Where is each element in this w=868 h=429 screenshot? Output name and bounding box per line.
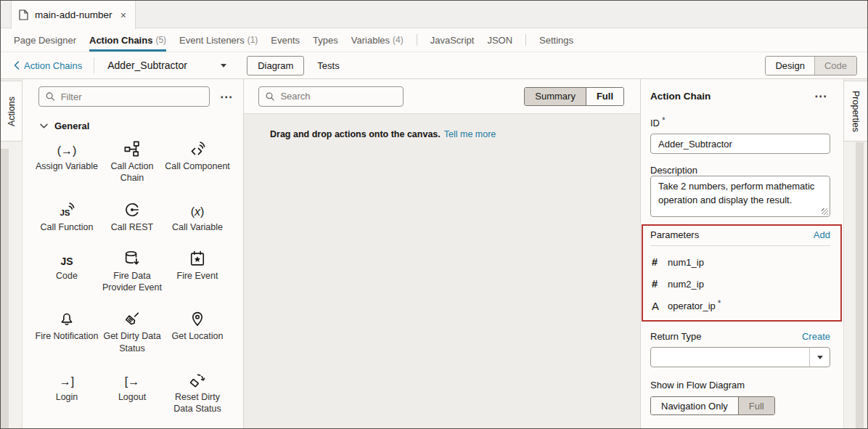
action-item-call-function[interactable]: JSCall Function: [34, 200, 99, 233]
action-item-login[interactable]: →]Login: [34, 369, 99, 415]
action-item-call-variable[interactable]: (x)Call Variable: [165, 200, 230, 233]
action-item-label: Fire Data Provider Event: [99, 270, 165, 294]
number-type-icon: #: [652, 278, 668, 290]
return-type-combobox[interactable]: [650, 347, 830, 367]
canvas-empty-message: Drag and drop actions onto the canvas.: [270, 129, 441, 139]
code-mode-button[interactable]: Code: [814, 57, 856, 75]
action-item-label: Call REST: [111, 221, 153, 233]
chain-selector-dropdown[interactable]: Adder_Subtractor: [106, 57, 231, 74]
chevron-down-icon: [40, 123, 48, 128]
string-type-icon: A: [652, 300, 668, 312]
search-icon: [46, 91, 55, 102]
description-textarea[interactable]: Take 2 numbers, perform mathematic opera…: [650, 176, 830, 217]
properties-overflow-menu-icon[interactable]: ⋯: [811, 89, 830, 104]
full-flow-button[interactable]: Full: [738, 397, 774, 414]
general-section-header[interactable]: General: [22, 107, 243, 139]
properties-panel: Action Chain ⋯ ID* Description Take 2 nu…: [640, 79, 843, 428]
action-item-label: Call Variable: [172, 221, 223, 233]
action-item-fire-notification[interactable]: Fire Notification: [34, 309, 99, 354]
id-input[interactable]: [650, 134, 830, 154]
tab-types[interactable]: Types: [313, 28, 338, 52]
properties-rail-tab[interactable]: Properties: [843, 81, 867, 142]
tab-event-listeners[interactable]: Event Listeners(1): [179, 28, 258, 52]
number-type-icon: #: [652, 256, 668, 268]
resize-grip-icon[interactable]: [822, 208, 828, 215]
full-view-button[interactable]: Full: [586, 88, 623, 105]
action-item-assign-variable[interactable]: (→)Assign Variable: [34, 139, 99, 184]
combobox-dropdown-button[interactable]: [809, 348, 830, 367]
chevron-left-icon: [14, 61, 20, 70]
tell-me-more-link[interactable]: Tell me more: [444, 129, 496, 139]
parameter-row-operator-ip[interactable]: Aoperator_ip*: [650, 300, 830, 312]
parameter-name: num1_ip: [668, 257, 704, 268]
action-item-label: Reset Dirty Data Status: [165, 391, 230, 415]
canvas-body[interactable]: Drag and drop actions onto the canvas.Te…: [244, 114, 640, 428]
tab-variables[interactable]: Variables(4): [351, 28, 404, 52]
navigation-only-button[interactable]: Navigation Only: [651, 397, 738, 414]
action-item-reset-dirty-data-status[interactable]: Reset Dirty Data Status: [165, 369, 230, 415]
canvas-toolbar: Summary Full: [244, 79, 640, 114]
action-item-label: Logout: [118, 391, 146, 403]
flow-diagram-section: Show in Flow Diagram Navigation Only Ful…: [650, 380, 830, 415]
tests-view-button[interactable]: Tests: [317, 60, 339, 71]
flow-diagram-toggle: Navigation Only Full: [650, 396, 775, 415]
canvas-search-box[interactable]: [258, 86, 404, 107]
tab-action-chains[interactable]: Action Chains(5): [89, 28, 166, 52]
right-rail-scrollbar[interactable]: [856, 142, 864, 428]
design-mode-button[interactable]: Design: [766, 57, 814, 75]
back-to-action-chains-link[interactable]: Action Chains: [14, 60, 82, 71]
action-item-call-action-chain[interactable]: Call Action Chain: [99, 139, 165, 184]
action-item-label: Get Dirty Data Status: [99, 330, 165, 354]
visual-builder-window: main-add-numbers × Page DesignerAction C…: [0, 0, 868, 429]
add-parameter-link[interactable]: Add: [814, 229, 830, 240]
action-item-call-component[interactable]: Call Component: [165, 139, 230, 184]
tab-events[interactable]: Events: [271, 28, 300, 52]
tab-settings[interactable]: Settings: [539, 28, 573, 52]
actions-rail-tab[interactable]: Actions: [1, 81, 22, 142]
document-tab[interactable]: main-add-numbers ×: [11, 1, 136, 29]
action-item-logout[interactable]: [→Logout: [99, 369, 165, 415]
flow-diagram-label: Show in Flow Diagram: [650, 380, 745, 391]
action-item-label: Get Location: [172, 330, 224, 342]
filter-box[interactable]: [38, 86, 210, 107]
tab-page-designer[interactable]: Page Designer: [14, 28, 76, 52]
actions-palette-panel: ⋯ General (→)Assign VariableCall Action …: [22, 79, 244, 428]
filter-input[interactable]: [61, 91, 202, 102]
call-variable-icon: (x): [191, 200, 205, 218]
fire-data-provider-event-icon: [124, 248, 140, 266]
action-item-fire-data-provider-event[interactable]: Fire Data Provider Event: [99, 248, 165, 294]
canvas-search-input[interactable]: [280, 91, 396, 102]
diagram-view-button[interactable]: Diagram: [247, 56, 304, 75]
login-icon: →]: [60, 369, 74, 388]
action-item-label: Call Function: [41, 221, 94, 233]
action-item-fire-event[interactable]: Fire Event: [165, 248, 230, 294]
reset-dirty-data-status-icon: [189, 369, 205, 388]
call-rest-icon: [124, 200, 140, 218]
action-item-get-location[interactable]: Get Location: [165, 309, 230, 354]
code-icon: JS: [60, 248, 73, 266]
summary-view-button[interactable]: Summary: [525, 88, 586, 105]
parameters-label: Parameters: [650, 229, 699, 240]
action-item-call-rest[interactable]: Call REST: [99, 200, 165, 233]
chevron-down-icon: [817, 356, 823, 359]
design-code-toggle: Design Code: [765, 56, 857, 75]
close-tab-icon[interactable]: ×: [119, 9, 128, 21]
get-dirty-data-status-icon: [124, 309, 140, 327]
fire-notification-icon: [59, 309, 75, 327]
action-item-get-dirty-data-status[interactable]: Get Dirty Data Status: [99, 309, 165, 354]
action-item-label: Fire Notification: [36, 330, 99, 342]
parameter-row-num1-ip[interactable]: #num1_ip: [650, 256, 830, 268]
toolbar-divider: [94, 57, 94, 73]
action-item-label: Call Action Chain: [99, 160, 165, 184]
left-rail-scrollbar[interactable]: [1, 149, 9, 428]
palette-overflow-menu-icon[interactable]: ⋯: [217, 89, 236, 105]
tab-javascript[interactable]: JavaScript: [430, 28, 475, 52]
parameters-section: Parameters Add #num1_ip#num2_ipAoperator…: [650, 229, 830, 319]
return-type-section: Return Type Create: [650, 331, 830, 367]
action-item-code[interactable]: JSCode: [34, 248, 99, 294]
create-type-link[interactable]: Create: [802, 331, 830, 342]
action-item-label: Login: [56, 391, 78, 403]
tab-json[interactable]: JSON: [487, 28, 512, 52]
parameter-row-num2-ip[interactable]: #num2_ip: [650, 278, 830, 290]
return-type-label: Return Type: [650, 331, 702, 342]
